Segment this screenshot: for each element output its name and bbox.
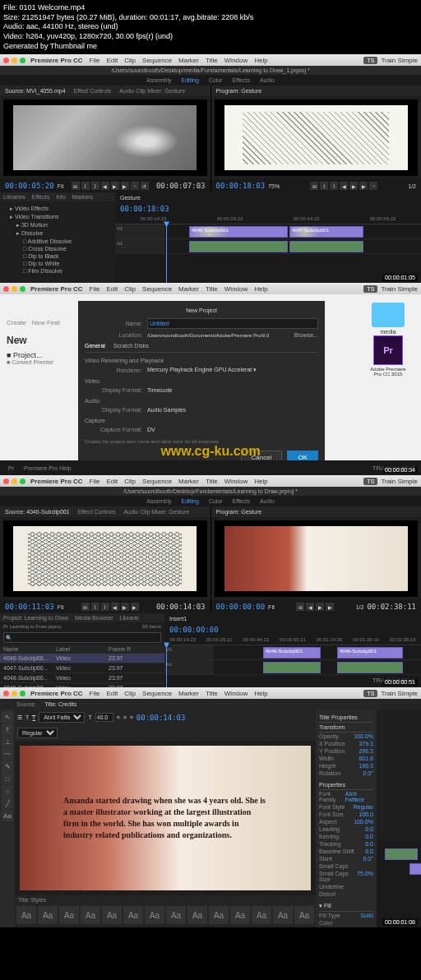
menu-item[interactable]: Clip — [124, 690, 136, 697]
property-row[interactable]: Width601.8 — [319, 755, 373, 762]
menu-item[interactable]: Title — [206, 690, 218, 697]
effect-controls-tab[interactable]: Effect Controls — [74, 88, 112, 94]
menu-item[interactable]: Edit — [106, 57, 118, 64]
menu-item[interactable]: Sequence — [142, 478, 172, 485]
title-tools[interactable]: ↖ T ⊥ 〰 ✎ □ ○ ╱ Aa — [0, 710, 15, 927]
style-swatch[interactable]: Aa — [230, 906, 250, 924]
menu-item[interactable]: File — [90, 478, 100, 485]
property-row[interactable]: Opacity100.0% — [319, 733, 373, 740]
style-swatch[interactable]: Aa — [16, 906, 36, 924]
menu-item[interactable]: Premiere Pro CC — [30, 478, 83, 485]
program-preview[interactable] — [215, 99, 419, 176]
style-swatch[interactable]: Aa — [166, 906, 186, 924]
timeline-timecode[interactable]: 00:00:18:03 — [120, 205, 169, 213]
menu-item[interactable]: Edit — [106, 478, 118, 485]
menu-item[interactable]: Title — [206, 478, 218, 485]
menu-item[interactable]: Window — [224, 285, 248, 293]
property-row[interactable]: Leading0.0 — [319, 825, 373, 833]
title-tab[interactable]: Title: Credits — [44, 701, 76, 707]
sequence-name[interactable]: Gesture — [120, 195, 141, 201]
style-swatch[interactable]: Aa — [59, 906, 79, 924]
scratch-disks-tab[interactable]: Scratch Disks — [113, 343, 149, 349]
title-text-content[interactable]: Amanda started drawing when she was 4 ye… — [63, 795, 267, 841]
program-tab[interactable]: Program: Gesture — [216, 88, 262, 94]
source-tab[interactable]: Source: 4046-Subclip001 — [5, 509, 70, 515]
tree-item[interactable]: □ Dip to Black — [3, 252, 112, 260]
media-folder-icon[interactable] — [372, 303, 405, 327]
workspace-tabs[interactable]: AssemblyEditingColorEffectsAudio — [0, 75, 421, 86]
tree-item[interactable]: □ Additive Dissolve — [3, 238, 112, 245]
menu-item[interactable]: Edit — [106, 285, 118, 293]
source-tab[interactable]: Source: MVI_4055.mp4 — [5, 88, 66, 94]
style-swatch[interactable]: Aa — [145, 906, 164, 924]
menu-item[interactable]: Marker — [178, 478, 199, 485]
property-row[interactable]: Underline — [319, 883, 373, 890]
menu-item[interactable]: Sequence — [142, 57, 172, 64]
tree-item[interactable]: □ Film Dissolve — [3, 267, 112, 275]
playhead[interactable] — [166, 645, 167, 687]
property-row[interactable]: Slant0.0° — [319, 855, 373, 862]
property-row[interactable]: Fill TypeSolid — [319, 912, 373, 919]
property-row[interactable]: Font FamilyAbril Fatface — [319, 790, 373, 803]
menu-item[interactable]: Marker — [178, 690, 199, 697]
property-row[interactable]: Height190.3 — [319, 762, 373, 770]
menu-item[interactable]: Marker — [178, 285, 199, 293]
menu-item[interactable]: Clip — [124, 57, 136, 64]
property-row[interactable]: Small Caps — [319, 862, 373, 870]
font-family-dropdown[interactable]: Abril Fatfa — [39, 712, 85, 723]
property-row[interactable]: Tracking0.0 — [319, 840, 373, 848]
help-link[interactable]: Premiere Pro Help — [24, 465, 72, 471]
menu-item[interactable]: Clip — [124, 285, 136, 293]
program-preview[interactable] — [215, 520, 419, 597]
video-clip[interactable]: 4046-Subclip001 — [337, 647, 403, 659]
menu-item[interactable]: Clip — [124, 478, 136, 485]
property-row[interactable]: Opacity100% — [319, 927, 373, 927]
menu-item[interactable]: Help — [254, 478, 267, 485]
menu-item[interactable]: Help — [254, 690, 267, 697]
video-clip[interactable]: 4047-Subclip001 — [289, 226, 363, 238]
menu-item[interactable]: Help — [254, 57, 267, 64]
property-row[interactable]: Kerning0.0 — [319, 833, 373, 840]
menu-item[interactable]: Title — [206, 285, 218, 293]
source-preview[interactable] — [3, 520, 207, 597]
timeline-ruler[interactable]: 00:00:14:2300:00:29:2300:00:44:2200:00:5… — [115, 215, 421, 224]
effects-tree[interactable]: ▸ Video Effects▸ Video Transitions▸ 3D M… — [0, 201, 115, 283]
property-row[interactable]: Rotation0.0° — [319, 770, 373, 777]
property-row[interactable]: Baseline Shift0.0 — [319, 848, 373, 855]
font-size-input[interactable] — [95, 713, 113, 722]
style-swatch[interactable]: Aa — [38, 906, 58, 924]
program-timecode[interactable]: 00:00:18:03 — [216, 182, 266, 190]
source-preview[interactable] — [3, 99, 207, 176]
premiere-icon[interactable]: Pr — [373, 335, 403, 365]
font-weight-dropdown[interactable]: Regular — [17, 728, 58, 738]
title-toolbar[interactable]: ☰TT̲ Abril Fatfa T ≡≡≡ 00:00:14:03 — [15, 710, 316, 725]
menu-item[interactable]: Premiere Pro CC — [30, 285, 83, 293]
menu-item[interactable]: File — [90, 57, 100, 64]
menu-item[interactable]: Window — [224, 690, 248, 697]
property-row[interactable]: X Position379.3 — [319, 740, 373, 747]
property-row[interactable]: Font Size100.0 — [319, 811, 373, 818]
tree-item[interactable]: ▸ Video Effects — [3, 205, 112, 213]
menu-item[interactable]: File — [90, 285, 100, 293]
menu-item[interactable]: Premiere Pro CC — [30, 57, 83, 64]
timeline-tracks[interactable]: V1 4046-Subclip001 4047-Subclip001 A1 — [115, 224, 421, 283]
style-swatch[interactable]: Aa — [81, 906, 100, 924]
tree-item[interactable]: ▸ Dissolve — [3, 229, 112, 238]
audio-format-dropdown[interactable]: Audio Samples — [147, 407, 186, 413]
property-row[interactable]: Aspect100.0% — [319, 818, 373, 825]
capture-format-dropdown[interactable]: DV — [147, 427, 155, 432]
tree-item[interactable]: □ Cross Dissolve — [3, 245, 112, 252]
menu-item[interactable]: Sequence — [142, 285, 172, 293]
video-clip[interactable]: 4049-Subclip001 — [263, 647, 321, 659]
audio-mixer-tab[interactable]: Audio Clip Mixer: Gesture — [119, 88, 185, 94]
menu-item[interactable]: File — [90, 690, 100, 697]
audio-clip[interactable] — [189, 241, 288, 252]
property-row[interactable]: Small Caps Size75.0% — [319, 870, 373, 883]
renderer-dropdown[interactable]: Mercury Playback Engine GPU Accelerat ▾ — [147, 367, 257, 373]
property-row[interactable]: Font StyleRegular — [319, 803, 373, 811]
style-swatch[interactable]: Aa — [273, 906, 293, 924]
style-swatch[interactable]: Aa — [123, 906, 143, 924]
tree-item[interactable]: ▸ Video Transitions — [3, 213, 112, 221]
property-row[interactable]: Y Position296.3 — [319, 747, 373, 755]
menu-item[interactable]: Sequence — [142, 690, 172, 697]
